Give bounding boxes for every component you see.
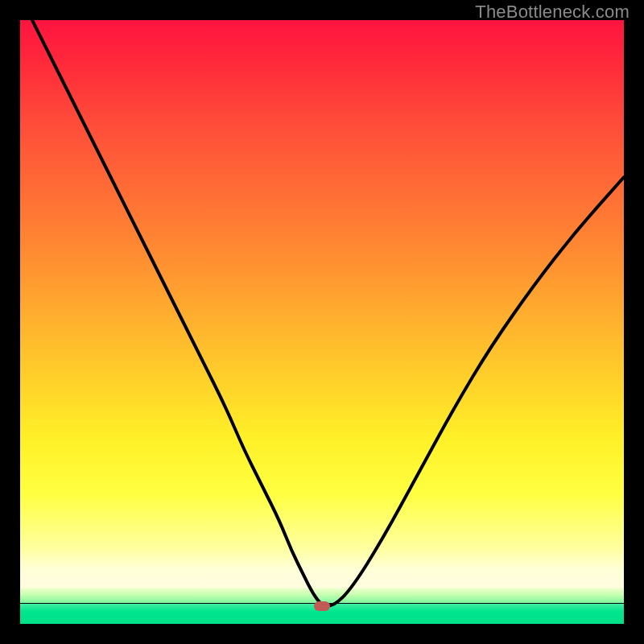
bottleneck-curve-path bbox=[32, 20, 624, 606]
image-frame: TheBottleneck.com bbox=[0, 0, 644, 644]
plot-area bbox=[20, 20, 624, 624]
curve-svg bbox=[20, 20, 624, 624]
vertex-marker bbox=[314, 601, 330, 611]
watermark-text: TheBottleneck.com bbox=[475, 2, 630, 23]
